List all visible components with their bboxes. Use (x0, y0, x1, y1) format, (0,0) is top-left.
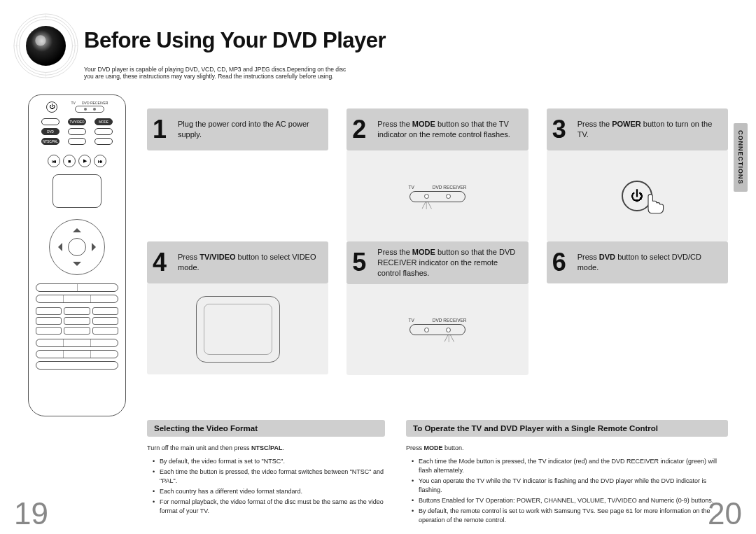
page-title: Before Using Your DVD Player (84, 28, 386, 53)
bullet-list: Each time the Mode button is pressed, th… (406, 457, 728, 525)
intro-text: Your DVD player is capable of playing DV… (84, 66, 434, 80)
svg-point-7 (26, 26, 66, 66)
power-press-diagram: ⏻ (622, 181, 652, 211)
step-1: 1 Plug the power cord into the AC power … (147, 108, 328, 241)
remote-control-diagram: ⏻ TV DVD RECEIVER TV/VIDEO MODE DVD (28, 94, 126, 416)
page-number-left: 19 (14, 496, 48, 531)
steps-grid: 1 Plug the power cord into the AC power … (147, 108, 728, 375)
pointing-hand-icon (643, 186, 671, 217)
tv-screen-icon (196, 296, 280, 363)
speaker-ornament-icon (13, 13, 79, 79)
section-single-remote: To Operate the TV and DVD Player with a … (406, 420, 728, 526)
mode-indicator-diagram: TVDVD RECEIVER ╱│╲ (408, 185, 466, 207)
page-number-right: 20 (708, 496, 742, 531)
step-6: 6 Press DVD button to select DVD/CD mode… (547, 241, 728, 375)
power-icon: ⏻ (46, 101, 57, 113)
step-4: 4 Press TV/VIDEO button to select VIDEO … (147, 241, 328, 375)
svg-point-8 (35, 35, 46, 45)
section-tab-connections: CONNECTIONS (734, 123, 748, 192)
step-3: 3 Press the POWER button to turn on the … (547, 108, 728, 241)
section-video-format: Selecting the Video Format Turn off the … (147, 420, 385, 526)
mode-indicator-diagram: TVDVD RECEIVER ╱│╲ (408, 318, 466, 340)
step-5: 5 Press the MODE button so that the DVD … (346, 241, 528, 375)
bullet-list: By default, the video format is set to "… (147, 457, 385, 516)
step-2: 2 Press the MODE button so that the TV i… (346, 108, 528, 241)
